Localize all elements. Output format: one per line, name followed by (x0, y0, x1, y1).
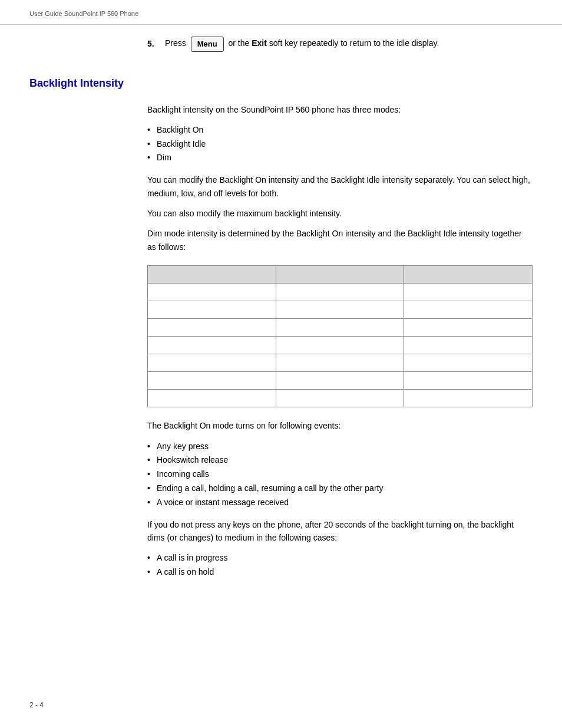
table-row (148, 354, 533, 372)
list-item: Ending a call, holding a call, resuming … (147, 482, 533, 496)
list-item: Dim (147, 151, 533, 165)
page-content: 5. Press Menu or the Exit soft key repea… (0, 25, 562, 611)
step-number: 5. (147, 38, 159, 50)
list-item: Backlight Idle (147, 137, 533, 151)
table-cell (148, 301, 276, 319)
exit-bold: Exit (252, 38, 267, 48)
table-cell (148, 284, 276, 301)
list-item: Backlight On (147, 123, 533, 137)
table-row (148, 337, 533, 354)
events-list: Any key press Hookswitch release Incomin… (147, 440, 533, 510)
modes-list: Backlight On Backlight Idle Dim (147, 123, 533, 165)
table-cell (404, 354, 533, 372)
table-cell (148, 337, 276, 354)
table-cell (276, 301, 404, 319)
list-item: Hookswitch release (147, 453, 533, 467)
cases-list: A call is in progress A call is on hold (147, 551, 533, 579)
table-cell (276, 319, 404, 337)
table-cell (148, 390, 276, 407)
para3: Dim mode intensity is determined by the … (147, 227, 533, 253)
section-heading: Backlight Intensity (29, 70, 533, 91)
table-cell (148, 319, 276, 337)
table-cell (276, 354, 404, 372)
table-cell (276, 390, 404, 407)
table-row (148, 390, 533, 407)
table-cell (276, 337, 404, 354)
table-cell (404, 284, 533, 301)
table-cell (276, 372, 404, 390)
table-row (148, 284, 533, 301)
table-row (148, 372, 533, 390)
para4: If you do not press any keys on the phon… (147, 518, 533, 545)
para2: You can also modify the maximum backligh… (147, 207, 533, 220)
list-item: A call is on hold (147, 565, 533, 579)
body-content: Backlight intensity on the SoundPoint IP… (29, 103, 533, 579)
table-cell (404, 337, 533, 354)
table-row (148, 319, 533, 337)
table-cell (404, 390, 533, 407)
page-footer: 2 - 4 (29, 700, 44, 710)
table-cell (404, 319, 533, 337)
list-item: Incoming calls (147, 467, 533, 482)
para1: You can modify the Backlight On intensit… (147, 173, 533, 200)
intro-paragraph: Backlight intensity on the SoundPoint IP… (147, 103, 533, 116)
table-cell (148, 354, 276, 372)
table-header-col1 (148, 266, 276, 284)
header-title: User Guide SoundPoint IP 560 Phone (29, 10, 138, 17)
page: User Guide SoundPoint IP 560 Phone 5. Pr… (0, 0, 562, 728)
table-cell (276, 284, 404, 301)
list-item: A call is in progress (147, 551, 533, 565)
table-cell (404, 372, 533, 390)
table-header-row (148, 266, 533, 284)
table-row (148, 301, 533, 319)
page-header: User Guide SoundPoint IP 560 Phone (0, 0, 562, 25)
step-text: Press Menu or the Exit soft key repeated… (165, 37, 439, 52)
list-item: Any key press (147, 440, 533, 454)
step-5-section: 5. Press Menu or the Exit soft key repea… (29, 37, 533, 52)
events-intro: The Backlight On mode turns on for follo… (147, 419, 533, 432)
table-header-col2 (276, 266, 404, 284)
table-header-col3 (404, 266, 533, 284)
table-cell (404, 301, 533, 319)
table-cell (148, 372, 276, 390)
page-number: 2 - 4 (29, 701, 44, 709)
menu-button[interactable]: Menu (191, 37, 224, 52)
intensity-table (147, 265, 533, 407)
list-item: A voice or instant message received (147, 496, 533, 510)
